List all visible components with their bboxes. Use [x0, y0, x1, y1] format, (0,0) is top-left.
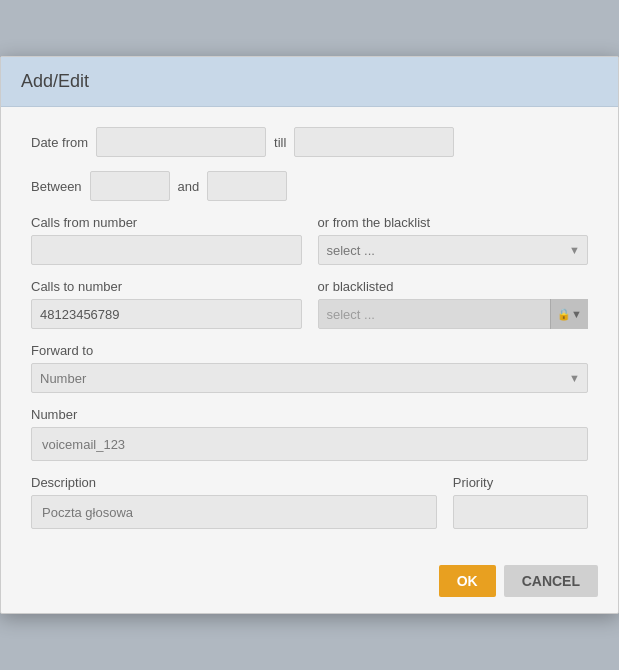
blacklist-col: or from the blacklist select ... ▼	[318, 215, 589, 265]
dialog-title: Add/Edit	[21, 71, 598, 92]
number-label: Number	[31, 407, 588, 422]
desc-priority-row: Description Priority	[31, 475, 588, 529]
calls-to-row: Calls to number or blacklisted select ..…	[31, 279, 588, 329]
calls-to-number-input[interactable]	[31, 299, 302, 329]
ok-button[interactable]: OK	[439, 565, 496, 597]
number-section: Number	[31, 407, 588, 461]
calls-to-number-label: Calls to number	[31, 279, 302, 294]
forward-to-section: Forward to Number ▼	[31, 343, 588, 393]
date-till-input[interactable]	[294, 127, 454, 157]
blacklisted-select: select ...	[318, 299, 589, 329]
forward-to-select[interactable]: Number	[31, 363, 588, 393]
blacklisted-select-wrapper: select ... 🔒▼	[318, 299, 589, 329]
priority-col: Priority	[453, 475, 588, 529]
priority-input[interactable]	[453, 495, 588, 529]
description-col: Description	[31, 475, 437, 529]
cancel-button[interactable]: CANCEL	[504, 565, 598, 597]
add-edit-dialog: Add/Edit Date from till Between and Call…	[0, 56, 619, 614]
between-row: Between and	[31, 171, 588, 201]
or-from-blacklist-label: or from the blacklist	[318, 215, 589, 230]
dialog-body: Date from till Between and Calls from nu…	[1, 107, 618, 553]
between-from-input[interactable]	[90, 171, 170, 201]
date-from-label: Date from	[31, 135, 88, 150]
date-from-row: Date from till	[31, 127, 588, 157]
between-to-input[interactable]	[207, 171, 287, 201]
dialog-header: Add/Edit	[1, 57, 618, 107]
calls-from-col: Calls from number	[31, 215, 302, 265]
calls-from-number-label: Calls from number	[31, 215, 302, 230]
priority-label: Priority	[453, 475, 588, 490]
calls-to-col: Calls to number	[31, 279, 302, 329]
between-label: Between	[31, 179, 82, 194]
or-blacklisted-label: or blacklisted	[318, 279, 589, 294]
calls-from-number-input[interactable]	[31, 235, 302, 265]
description-label: Description	[31, 475, 437, 490]
calls-from-row: Calls from number or from the blacklist …	[31, 215, 588, 265]
date-from-input[interactable]	[96, 127, 266, 157]
description-input[interactable]	[31, 495, 437, 529]
and-label: and	[178, 179, 200, 194]
forward-to-select-wrapper: Number ▼	[31, 363, 588, 393]
dialog-footer: OK CANCEL	[1, 553, 618, 613]
till-label: till	[274, 135, 286, 150]
blacklisted-col: or blacklisted select ... 🔒▼	[318, 279, 589, 329]
blacklist-select[interactable]: select ...	[318, 235, 589, 265]
blacklist-select-wrapper: select ... ▼	[318, 235, 589, 265]
number-input[interactable]	[31, 427, 588, 461]
forward-to-label: Forward to	[31, 343, 588, 358]
